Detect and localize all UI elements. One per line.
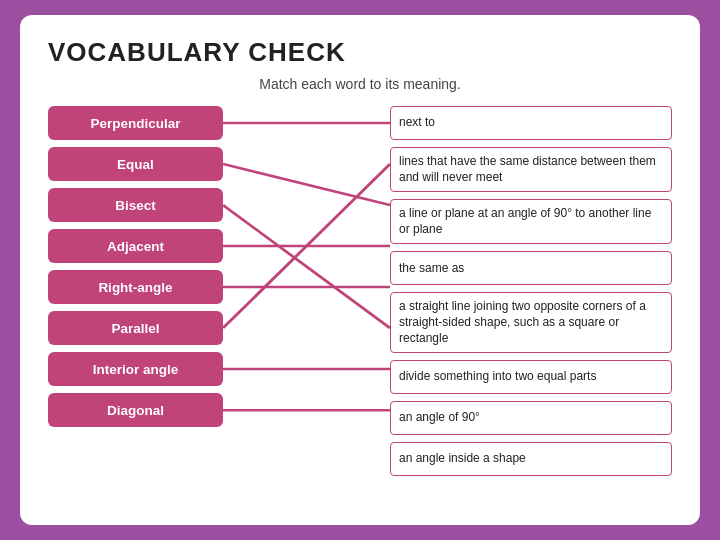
page-title: VOCABULARY CHECK xyxy=(48,37,672,68)
word-perpendicular[interactable]: Perpendicular xyxy=(48,106,223,140)
meaning-next-to[interactable]: next to xyxy=(390,106,672,140)
meaning-90-degree-line[interactable]: a line or plane at an angle of 90° to an… xyxy=(390,199,672,244)
lines-area xyxy=(223,106,390,476)
meaning-parallel-lines[interactable]: lines that have the same distance betwee… xyxy=(390,147,672,192)
word-bisect[interactable]: Bisect xyxy=(48,188,223,222)
word-diagonal[interactable]: Diagonal xyxy=(48,393,223,427)
word-adjacent[interactable]: Adjacent xyxy=(48,229,223,263)
match-container: Perpendicular Equal Bisect Adjacent Righ… xyxy=(48,106,672,476)
page-subtitle: Match each word to its meaning. xyxy=(48,76,672,92)
word-equal[interactable]: Equal xyxy=(48,147,223,181)
word-parallel[interactable]: Parallel xyxy=(48,311,223,345)
words-column: Perpendicular Equal Bisect Adjacent Righ… xyxy=(48,106,223,476)
meaning-interior-angle[interactable]: an angle inside a shape xyxy=(390,442,672,476)
meaning-bisect[interactable]: divide something into two equal parts xyxy=(390,360,672,394)
svg-line-1 xyxy=(223,164,390,205)
word-right-angle[interactable]: Right-angle xyxy=(48,270,223,304)
meaning-90-angle[interactable]: an angle of 90° xyxy=(390,401,672,435)
connection-lines xyxy=(223,106,390,476)
meaning-same-as[interactable]: the same as xyxy=(390,251,672,285)
word-interior-angle[interactable]: Interior angle xyxy=(48,352,223,386)
meanings-column: next to lines that have the same distanc… xyxy=(390,106,672,476)
vocabulary-card: VOCABULARY CHECK Match each word to its … xyxy=(20,15,700,525)
meaning-diagonal-line[interactable]: a straight line joining two opposite cor… xyxy=(390,292,672,353)
svg-line-2 xyxy=(223,205,390,328)
